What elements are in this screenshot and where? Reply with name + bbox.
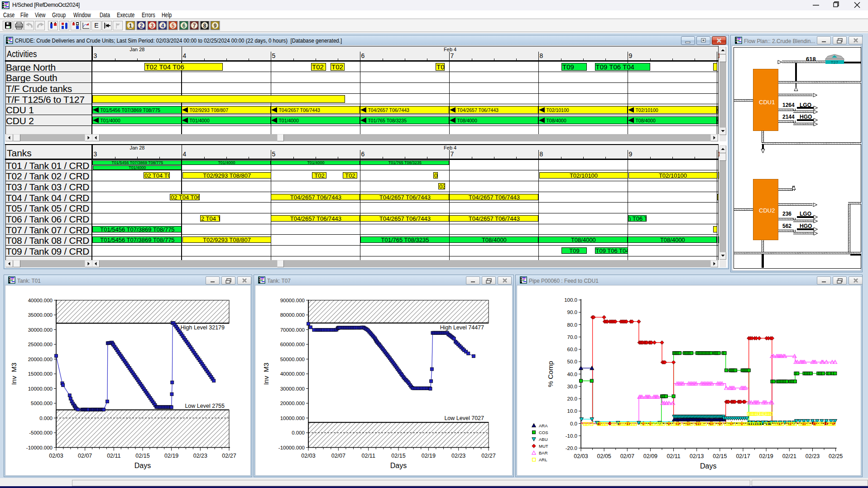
svg-text:20000.000: 20000.000 [28, 357, 53, 362]
svg-text:High Level 74477: High Level 74477 [440, 324, 484, 331]
svg-text:20000.000: 20000.000 [280, 401, 305, 406]
svg-text:02/11: 02/11 [667, 453, 680, 459]
svg-text:0.0: 0.0 [570, 421, 577, 426]
svg-text:-10.0: -10.0 [566, 433, 577, 439]
svg-text:02/07: 02/07 [620, 453, 634, 459]
svg-text:02/27: 02/27 [222, 453, 236, 459]
svg-text:15000.000: 15000.000 [28, 371, 53, 377]
svg-text:30000.000: 30000.000 [28, 327, 53, 333]
svg-text:5: 5 [172, 23, 175, 29]
svg-text:6: 6 [182, 23, 186, 29]
svg-text:2: 2 [140, 23, 143, 29]
svg-text:02/03: 02/03 [574, 453, 588, 459]
svg-text:ABU: ABU [539, 437, 548, 442]
svg-text:10000.000: 10000.000 [28, 386, 53, 391]
svg-text:70.0: 70.0 [567, 334, 577, 340]
svg-text:70000.000: 70000.000 [280, 327, 305, 333]
svg-text:02/15: 02/15 [135, 453, 149, 459]
svg-text:35000.000: 35000.000 [28, 312, 53, 318]
svg-text:25000.000: 25000.000 [28, 342, 53, 347]
svg-text:02/07: 02/07 [78, 453, 92, 459]
svg-text:90.0: 90.0 [567, 309, 577, 315]
svg-text:Days: Days [390, 462, 407, 469]
svg-text:02/17: 02/17 [736, 453, 750, 459]
svg-text:0.000: 0.000 [39, 416, 53, 421]
svg-text:Low Level 2755: Low Level 2755 [185, 403, 225, 409]
svg-text:-10000.000: -10000.000 [278, 445, 305, 450]
svg-text:Inv M3: Inv M3 [10, 362, 18, 385]
svg-text:60000.000: 60000.000 [280, 342, 305, 347]
svg-text:Low Level 7027: Low Level 7027 [444, 415, 484, 421]
svg-text:30000.000: 30000.000 [280, 386, 305, 391]
svg-text:9: 9 [214, 23, 217, 29]
svg-text:7: 7 [193, 23, 196, 29]
svg-text:-10000.000: -10000.000 [26, 445, 53, 450]
svg-text:02/19: 02/19 [759, 453, 773, 459]
svg-text:0.000: 0.000 [292, 430, 305, 435]
svg-text:02/19: 02/19 [422, 453, 436, 459]
svg-text:02/07: 02/07 [331, 453, 345, 459]
svg-text:8: 8 [203, 23, 206, 29]
svg-text:100.0: 100.0 [564, 297, 577, 303]
svg-text:3: 3 [151, 23, 154, 29]
svg-text:1: 1 [129, 23, 132, 29]
svg-text:4: 4 [161, 23, 164, 29]
svg-text:MUT: MUT [539, 444, 548, 449]
svg-text:40000.000: 40000.000 [28, 298, 53, 303]
svg-text:T27: T27 [831, 60, 838, 65]
svg-text:02/23: 02/23 [451, 453, 465, 459]
svg-text:BAR: BAR [539, 450, 548, 455]
svg-text:% Comp: % Comp [547, 361, 554, 387]
svg-text:02/23: 02/23 [806, 453, 820, 459]
svg-text:High Level 32179: High Level 32179 [181, 324, 225, 331]
svg-text:5000.000: 5000.000 [31, 401, 53, 406]
svg-text:02/27: 02/27 [481, 453, 495, 459]
svg-text:ARL: ARL [539, 457, 547, 462]
svg-text:80000.000: 80000.000 [280, 312, 305, 318]
svg-text:02/25: 02/25 [829, 453, 843, 459]
svg-text:02/21: 02/21 [782, 453, 796, 459]
svg-text:02/15: 02/15 [391, 453, 405, 459]
svg-text:02/11: 02/11 [361, 453, 375, 459]
svg-text:02/09: 02/09 [643, 453, 657, 459]
svg-text:ARA: ARA [539, 423, 548, 428]
svg-text:Days: Days [134, 462, 151, 469]
svg-text:Inv M3: Inv M3 [262, 362, 270, 385]
svg-text:Days: Days [700, 462, 716, 470]
svg-text:60.0: 60.0 [567, 347, 577, 352]
svg-text:20.0: 20.0 [567, 396, 577, 401]
svg-text:30.0: 30.0 [567, 384, 577, 389]
svg-text:COS: COS [539, 430, 548, 435]
svg-text:02/03: 02/03 [49, 453, 63, 459]
svg-text:02/23: 02/23 [193, 453, 207, 459]
svg-text:-20.0: -20.0 [566, 445, 577, 451]
svg-text:02/05: 02/05 [597, 453, 611, 459]
svg-text:02/13: 02/13 [690, 453, 704, 459]
svg-text:40000.000: 40000.000 [280, 371, 305, 377]
svg-text:10000.000: 10000.000 [280, 416, 305, 421]
svg-text:90000.000: 90000.000 [280, 298, 305, 303]
svg-text:50000.000: 50000.000 [280, 357, 305, 362]
svg-text:02/19: 02/19 [164, 453, 178, 459]
svg-text:50.0: 50.0 [567, 359, 577, 364]
svg-text:02/11: 02/11 [107, 453, 120, 459]
svg-text:02/15: 02/15 [713, 453, 727, 459]
svg-text:02/03: 02/03 [301, 453, 315, 459]
svg-text:10.0: 10.0 [567, 408, 577, 414]
svg-text:-5000.000: -5000.000 [29, 430, 53, 435]
svg-text:80.0: 80.0 [567, 322, 577, 328]
svg-text:40.0: 40.0 [567, 372, 577, 377]
